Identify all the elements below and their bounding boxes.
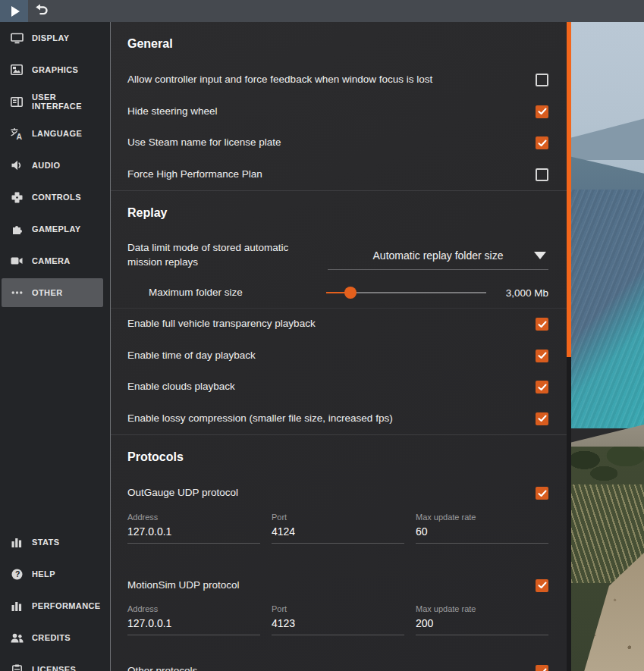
setting-label: Use Steam name for license plate — [127, 136, 536, 150]
gameplay-icon — [10, 224, 24, 235]
settings-section: GeneralAllow controller input and force … — [111, 22, 567, 190]
sidebar-item-audio[interactable]: AUDIO — [2, 151, 103, 180]
licenses-icon — [10, 664, 24, 671]
scrollbar-thumb[interactable] — [567, 22, 571, 357]
setting-label: Maximum folder size — [127, 286, 319, 300]
camera-icon — [10, 256, 24, 265]
sidebar-item-performance[interactable]: PERFORMANCE — [2, 591, 103, 620]
checkbox-checked[interactable] — [536, 665, 548, 671]
game-background — [571, 22, 644, 671]
other-icon — [10, 290, 24, 295]
section-title: Replay — [111, 203, 567, 223]
field-value[interactable]: 127.0.0.1 — [127, 525, 260, 544]
sidebar-item-label: USER INTERFACE — [32, 92, 103, 111]
sidebar-item-licenses[interactable]: LICENSES — [2, 655, 103, 671]
checkbox-unchecked[interactable] — [536, 168, 548, 181]
setting-row: Enable time of day playback — [111, 340, 567, 372]
setting-label: Enable lossy compression (smaller file s… — [127, 412, 536, 426]
sidebar-item-label: PERFORMANCE — [32, 601, 101, 610]
field-value[interactable]: 127.0.0.1 — [127, 617, 260, 635]
setting-row: Force High Performance Plan — [111, 159, 567, 191]
sidebar-item-gameplay[interactable]: GAMEPLAY — [2, 215, 103, 243]
setting-row: Hide steering wheel — [111, 96, 567, 128]
field-label: Port — [272, 604, 404, 613]
checkbox-checked[interactable] — [536, 487, 548, 500]
field-value[interactable]: 4124 — [272, 525, 404, 544]
text-field-address: Address127.0.0.1 — [127, 604, 260, 642]
svg-text:A: A — [16, 131, 22, 139]
sidebar-item-graphics[interactable]: GRAPHICS — [2, 55, 103, 84]
setting-row: OutGauge UDP protocol — [111, 478, 567, 510]
field-value[interactable]: 200 — [416, 617, 548, 635]
field-value[interactable]: 4123 — [272, 617, 404, 635]
back-button[interactable] — [28, 0, 55, 22]
sidebar-item-label: HELP — [32, 569, 55, 579]
performance-icon — [10, 600, 24, 611]
checkbox-checked[interactable] — [536, 318, 548, 331]
setting-row: Enable clouds playback — [111, 372, 567, 403]
setting-label: Force High Performance Plan — [127, 168, 536, 182]
checkbox-checked[interactable] — [536, 412, 548, 425]
sidebar-item-user-interface[interactable]: USER INTERFACE — [2, 87, 103, 116]
protocol-fields-row: Address127.0.0.1Port4124Max update rate6… — [111, 510, 567, 550]
graphics-icon — [10, 64, 24, 75]
sidebar-item-label: CAMERA — [32, 256, 71, 265]
sidebar-item-controls[interactable]: CONTROLS — [2, 183, 103, 212]
setting-label: Allow controller input and force feedbac… — [127, 73, 536, 87]
user-interface-icon — [10, 97, 24, 107]
slider-thumb[interactable] — [344, 287, 357, 299]
sidebar-bottom-group: STATS?HELPPERFORMANCECREDITSLICENSES — [0, 528, 110, 671]
sidebar-item-label: GRAPHICS — [32, 65, 78, 74]
text-field-max-update-rate: Max update rate200 — [416, 604, 548, 642]
sidebar-item-label: CONTROLS — [32, 193, 81, 202]
setting-label: OutGauge UDP protocol — [127, 486, 536, 500]
slider-track — [350, 292, 486, 293]
sidebar-item-label: LICENSES — [32, 665, 76, 671]
sidebar-item-other[interactable]: OTHER — [2, 278, 103, 307]
sidebar-item-label: CREDITS — [32, 633, 71, 642]
chevron-down-icon — [534, 252, 546, 259]
section-title: Protocols — [111, 447, 567, 467]
setting-label: Other protocols — [127, 664, 536, 671]
sidebar-item-camera[interactable]: CAMERA — [2, 246, 103, 275]
text-field-max-update-rate: Max update rate60 — [416, 513, 548, 550]
sidebar-item-help[interactable]: ?HELP — [2, 560, 103, 588]
sidebar-item-stats[interactable]: STATS — [2, 528, 103, 557]
checkbox-checked[interactable] — [536, 381, 548, 394]
play-button[interactable] — [0, 0, 28, 22]
controls-icon — [10, 192, 24, 203]
max-folder-size-slider[interactable] — [326, 287, 486, 299]
svg-text:?: ? — [15, 569, 20, 579]
undo-arrow-icon — [34, 4, 49, 18]
setting-label: MotionSim UDP protocol — [127, 579, 536, 593]
top-toolbar — [0, 0, 644, 22]
field-label: Address — [127, 604, 260, 613]
settings-section: ProtocolsOutGauge UDP protocolAddress127… — [111, 434, 567, 671]
spacer — [111, 642, 567, 656]
section-title: General — [111, 34, 567, 54]
sidebar-item-display[interactable]: DISPLAY — [2, 24, 103, 52]
setting-row: Enable lossy compression (smaller file s… — [111, 403, 567, 435]
settings-section: ReplayData limit mode of stored automati… — [111, 190, 567, 434]
stats-icon — [10, 537, 24, 547]
language-icon: A — [10, 128, 24, 140]
slider-value: 3,000 Mb — [494, 287, 548, 299]
settings-sidebar: DISPLAYGRAPHICSUSER INTERFACEALANGUAGEAU… — [0, 22, 110, 671]
checkbox-checked[interactable] — [536, 105, 548, 118]
field-label: Max update rate — [416, 604, 548, 613]
setting-label: Enable full vehicle transparency playbac… — [127, 317, 536, 331]
field-value[interactable]: 60 — [416, 525, 548, 544]
replay-data-limit-dropdown[interactable]: Automatic replay folder size — [328, 242, 548, 270]
checkbox-checked[interactable] — [536, 579, 548, 592]
checkbox-checked[interactable] — [536, 350, 548, 362]
checkbox-checked[interactable] — [536, 136, 548, 149]
checkbox-unchecked[interactable] — [536, 74, 548, 86]
settings-sections: GeneralAllow controller input and force … — [111, 22, 567, 671]
sidebar-item-language[interactable]: ALANGUAGE — [2, 119, 103, 148]
setting-label: Enable time of day playback — [127, 349, 536, 363]
audio-icon — [10, 160, 24, 171]
sidebar-item-credits[interactable]: CREDITS — [2, 623, 103, 652]
sidebar-item-label: DISPLAY — [32, 33, 69, 42]
sidebar-item-label: STATS — [32, 538, 59, 547]
field-label: Max update rate — [416, 513, 548, 522]
